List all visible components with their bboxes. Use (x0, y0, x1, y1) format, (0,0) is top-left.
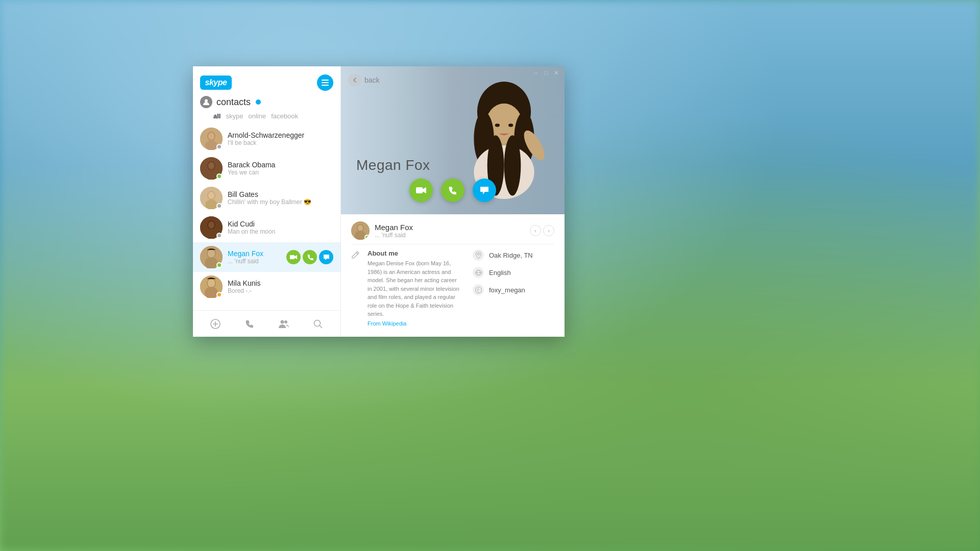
hero-action-buttons (409, 179, 496, 202)
menu-line (322, 82, 329, 83)
contact-name: Kid Cudi (228, 220, 333, 228)
tab-online[interactable]: online (248, 112, 266, 120)
contact-info: Megan Fox ... 'nuff said (228, 249, 281, 265)
svg-point-7 (208, 162, 214, 169)
avatar-wrap (200, 187, 223, 209)
avatar-wrap (200, 276, 223, 298)
language-text: English (489, 269, 511, 277)
contact-item-gates[interactable]: Bill Gates Chillin' with my boy Ballmer … (193, 183, 340, 213)
menu-line (322, 80, 329, 81)
avatar-wrap (200, 216, 223, 239)
video-call-hero-button[interactable] (409, 179, 433, 202)
contact-item-arnold[interactable]: Arnold-Schwarzenegger I'll be back (193, 124, 340, 154)
status-dot (216, 233, 222, 238)
svg-point-27 (281, 320, 284, 323)
about-text: Megan Denise Fox (born May 16, 1986) is … (368, 259, 462, 318)
contacts-title: contacts (216, 97, 251, 108)
location-text: Oak Ridge, TN (489, 252, 533, 259)
dial-button[interactable] (241, 315, 258, 333)
status-dot (216, 203, 222, 209)
status-dot (216, 173, 222, 179)
close-button[interactable]: ✕ (552, 69, 560, 77)
mini-profile-text: Megan Fox ... 'nuff said (375, 223, 413, 239)
tab-all[interactable]: all (213, 112, 220, 120)
video-call-button[interactable] (286, 250, 301, 264)
profile-info-grid: About me Megan Denise Fox (born May 16, … (351, 249, 554, 328)
add-contact-button[interactable] (207, 315, 224, 333)
svg-point-24 (208, 279, 215, 287)
profile-panel: – □ ✕ back (341, 66, 565, 337)
group-button[interactable] (275, 315, 292, 333)
call-hero-button[interactable] (441, 179, 464, 202)
contact-name: Mila Kunis (228, 279, 333, 287)
contact-details: Oak Ridge, TN English (473, 249, 554, 328)
back-button[interactable]: back (348, 73, 380, 87)
wikipedia-link[interactable]: From Wikipedia (368, 320, 406, 327)
svg-point-28 (284, 320, 287, 323)
next-profile-button[interactable]: › (543, 225, 554, 236)
avatar-wrap (200, 246, 223, 268)
window-controls: – □ ✕ (532, 69, 560, 77)
minimize-button[interactable]: – (532, 69, 540, 77)
svg-point-48 (475, 287, 481, 293)
contacts-header: contacts (193, 91, 340, 111)
svg-point-46 (477, 253, 479, 255)
svg-point-3 (208, 133, 214, 140)
left-header: skype (193, 66, 340, 91)
chat-hero-button[interactable] (473, 179, 496, 202)
contacts-person-icon (200, 96, 212, 108)
status-dot (216, 262, 222, 268)
avatar-wrap (200, 128, 223, 150)
filter-tabs: all skype online facebook (193, 111, 340, 124)
contact-name: Arnold-Schwarzenegger (228, 131, 333, 139)
svg-point-37 (504, 135, 521, 195)
contact-status: I'll be back (228, 139, 333, 146)
location-icon (473, 249, 484, 261)
back-label: back (364, 76, 380, 84)
back-arrow-icon (348, 73, 361, 87)
hero-profile-name: Megan Fox (356, 157, 430, 173)
svg-point-44 (358, 225, 363, 231)
maximize-button[interactable]: □ (542, 69, 550, 77)
mini-avatar (351, 221, 370, 240)
mini-status-dot (364, 235, 370, 240)
call-button[interactable] (303, 250, 317, 264)
menu-button[interactable] (317, 74, 333, 91)
profile-info-panel: Megan Fox ... 'nuff said ‹ › (341, 214, 565, 337)
contact-status: Bored -.- (228, 287, 333, 294)
language-icon (473, 267, 484, 278)
skypeid-icon (473, 284, 484, 295)
contact-item-obama[interactable]: Barack Obama Yes we can (193, 154, 340, 183)
status-dot (216, 144, 222, 149)
tab-skype[interactable]: skype (226, 112, 243, 120)
location-row: Oak Ridge, TN (473, 249, 554, 261)
online-indicator (256, 99, 261, 105)
prev-profile-button[interactable]: ‹ (530, 225, 541, 236)
contact-item-cudi[interactable]: Kid Cudi Man on the moon (193, 213, 340, 242)
contact-item-mila[interactable]: Mila Kunis Bored -.- (193, 272, 340, 302)
contact-info: Kid Cudi Man on the moon (228, 220, 333, 235)
language-row: English (473, 267, 554, 278)
contact-list: Arnold-Schwarzenegger I'll be back (193, 124, 340, 310)
svg-point-19 (208, 249, 215, 258)
chat-button[interactable] (319, 250, 333, 264)
skype-logo: skype (200, 76, 232, 90)
mini-profile-tagline: ... 'nuff said (375, 232, 413, 239)
about-section: About me Megan Denise Fox (born May 16, … (351, 249, 462, 328)
contact-info: Barack Obama Yes we can (228, 161, 333, 176)
search-button[interactable] (309, 315, 327, 333)
bottom-toolbar (193, 310, 340, 337)
status-dot (216, 292, 222, 297)
pencil-icon (351, 251, 362, 262)
tab-facebook[interactable]: facebook (271, 112, 298, 120)
svg-rect-21 (290, 255, 295, 259)
contact-item-megan[interactable]: Megan Fox ... 'nuff said (193, 242, 340, 272)
contact-name: Bill Gates (228, 190, 333, 198)
skypeid-row: foxy_megan (473, 284, 554, 295)
svg-point-40 (508, 123, 513, 127)
contact-status: Man on the moon (228, 228, 333, 235)
contact-info: Bill Gates Chillin' with my boy Ballmer … (228, 190, 333, 206)
skype-window: skype contacts all skype online facebook (193, 66, 565, 337)
svg-point-49 (478, 291, 478, 292)
profile-hero-image: back (341, 66, 565, 214)
